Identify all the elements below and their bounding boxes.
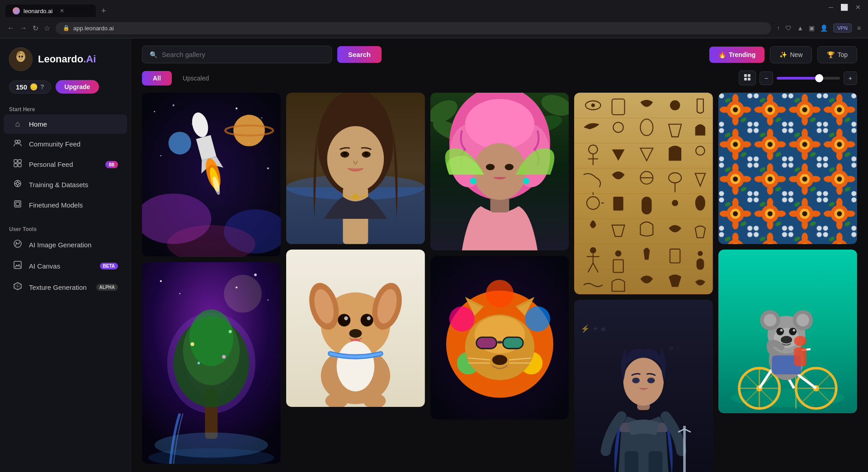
gallery-item-4[interactable]: ⊞ ✏ ⤢	[286, 250, 425, 407]
trending-label: Trending	[729, 51, 755, 58]
active-tab[interactable]: leonardo.ai ✕	[5, 5, 96, 17]
sidebar-ai-canvas-label: AI Canvas	[29, 262, 94, 270]
gallery-item-10[interactable]: ⊞ ✏ ⤢	[718, 250, 857, 414]
gallery-item-10-grid-btn[interactable]: ⊞	[723, 254, 738, 269]
gallery-item-5[interactable]: ⊞ ✏	[430, 93, 569, 250]
tab-upscaled[interactable]: Upscaled	[172, 71, 220, 85]
svg-point-170	[695, 195, 705, 210]
gallery-item-3-expand-btn[interactable]: ⤢	[329, 97, 344, 113]
svg-point-222	[776, 328, 784, 335]
svg-point-167	[672, 200, 679, 206]
svg-rect-25	[748, 74, 750, 77]
new-button[interactable]: ✨ New	[770, 46, 812, 63]
gallery-item-2-grid-btn[interactable]: ⊞	[146, 267, 162, 282]
back-button[interactable]: ←	[7, 24, 14, 32]
tab-all[interactable]: All	[142, 71, 172, 85]
zoom-out-button[interactable]: −	[760, 71, 773, 85]
search-input[interactable]	[162, 51, 324, 58]
sidebar-item-ai-image[interactable]: AI Image Generation	[4, 234, 127, 255]
browser-action-triangle[interactable]: ▲	[797, 24, 803, 32]
sidebar-item-community[interactable]: Community Feed	[4, 134, 127, 154]
svg-rect-157	[613, 197, 623, 211]
gallery-item-2-edit-btn[interactable]: ✏	[165, 267, 181, 282]
search-button[interactable]: Search	[337, 46, 382, 63]
gallery-item-7-grid-btn[interactable]: ⊞	[579, 97, 594, 113]
svg-rect-26	[744, 78, 747, 80]
svg-rect-176	[625, 451, 639, 472]
gallery-item-1-edit-btn[interactable]: ✏	[165, 97, 181, 113]
svg-point-107	[505, 164, 514, 170]
browser-action-menu[interactable]: ≡	[857, 24, 861, 32]
sidebar-item-ai-canvas[interactable]: AI Canvas BETA	[4, 255, 127, 277]
svg-point-225	[793, 329, 796, 331]
sidebar-item-finetuned[interactable]: Finetuned Models	[4, 195, 127, 215]
gallery-item-10-expand-btn[interactable]: ⤢	[761, 254, 776, 269]
gallery-item-6-expand-btn[interactable]: ⤢	[473, 260, 488, 276]
vpn-badge[interactable]: VPN	[833, 24, 852, 33]
gallery-item-9-edit-btn[interactable]: ✏	[742, 97, 757, 113]
sidebar-item-personal[interactable]: Personal Feed 88	[4, 154, 127, 175]
gallery-item-5-edit-btn[interactable]: ✏	[454, 97, 469, 113]
credits-help-icon[interactable]: ?	[40, 83, 44, 90]
gallery-tabs-bar: All Upscaled − +	[142, 71, 857, 85]
upgrade-button[interactable]: Upgrade	[56, 80, 99, 94]
gallery-item-4-edit-btn[interactable]: ✏	[310, 254, 325, 269]
svg-text:⚡ ✦ ◈: ⚡ ✦ ◈	[580, 324, 607, 334]
gallery-item-9-grid-btn[interactable]: ⊞	[723, 97, 738, 113]
address-bar[interactable]: 🔒 app.leonardo.ai	[56, 22, 771, 34]
top-button[interactable]: 🏆 Top	[817, 46, 857, 63]
forward-button[interactable]: →	[20, 24, 27, 32]
gallery-item-1-expand-btn[interactable]: ⤢	[184, 97, 200, 113]
sidebar-item-texture[interactable]: Texture Generation ALPHA	[4, 277, 127, 298]
trending-button[interactable]: 🔥 Trending	[709, 47, 764, 63]
gallery-item-9[interactable]: ⊞ ✏ ⤢	[718, 93, 857, 244]
gallery-item-1[interactable]: ⊞ ✏ ⤢	[142, 93, 281, 257]
svg-point-114	[525, 306, 550, 331]
sidebar-finetuned-label: Finetuned Models	[29, 201, 118, 209]
gallery-item-7-edit-btn[interactable]: ✏	[598, 97, 613, 113]
svg-point-92	[336, 341, 374, 392]
gallery-item-9-expand-btn[interactable]: ⤢	[761, 97, 776, 113]
gallery-item-3[interactable]: ⊞ ✏ ⤢	[286, 93, 425, 244]
svg-point-61	[190, 342, 194, 346]
sidebar-item-training[interactable]: Training & Datasets	[4, 175, 127, 195]
gallery-item-2-expand-btn[interactable]: ⤢	[184, 267, 200, 282]
gallery-item-6-grid-btn[interactable]: ⊞	[435, 260, 450, 276]
gallery-item-8[interactable]: ⚡ ✦ ◈ ⊕ ◇	[574, 300, 713, 472]
browser-action-profile[interactable]: 👤	[820, 24, 828, 32]
sidebar-ai-image-label: AI Image Generation	[29, 241, 118, 249]
gallery-item-5-grid-btn[interactable]: ⊞	[435, 97, 450, 113]
gallery-item-1-grid-btn[interactable]: ⊞	[146, 97, 162, 113]
gallery-item-8-expand-btn[interactable]: ⤢	[617, 304, 632, 320]
reload-button[interactable]: ↻	[33, 24, 38, 33]
zoom-slider[interactable]	[777, 77, 840, 80]
gallery-item-4-expand-btn[interactable]: ⤢	[329, 254, 344, 269]
gallery-item-6-edit-btn[interactable]: ✏	[454, 260, 469, 276]
sidebar-item-home[interactable]: ⌂ Home	[4, 114, 127, 134]
gallery-item-6[interactable]: ⊞ ✏ ⤢	[430, 256, 569, 420]
gallery-item-2[interactable]: ⊞ ✏ ⤢	[142, 262, 281, 464]
new-tab-button[interactable]: +	[98, 5, 110, 18]
gallery-item-10-edit-btn[interactable]: ✏	[742, 254, 757, 269]
bookmark-button[interactable]: ☆	[44, 24, 50, 33]
ai-canvas-beta-badge: BETA	[100, 263, 118, 269]
gallery-item-7[interactable]: ⊞ ✏ ⤢	[574, 93, 713, 294]
minimize-button[interactable]: ─	[829, 4, 833, 11]
svg-point-6	[21, 56, 23, 58]
gallery-item-7-expand-btn[interactable]: ⤢	[617, 97, 632, 113]
browser-action-shield[interactable]: 🛡	[785, 24, 792, 32]
maximize-button[interactable]: ⬜	[840, 4, 848, 11]
gallery-item-4-grid-btn[interactable]: ⊞	[291, 254, 306, 269]
tab-close-button[interactable]: ✕	[60, 8, 64, 14]
gallery-item-3-grid-btn[interactable]: ⊞	[291, 97, 306, 113]
browser-action-share[interactable]: ↑	[777, 24, 780, 32]
grid-view-button[interactable]	[739, 71, 756, 85]
close-button[interactable]: ✕	[855, 4, 861, 11]
browser-action-sidebar[interactable]: ▣	[809, 24, 815, 32]
gallery-grid: ⊞ ✏ ⤢	[142, 93, 857, 472]
gallery-item-3-edit-btn[interactable]: ✏	[310, 97, 325, 113]
zoom-in-button[interactable]: +	[844, 71, 857, 85]
gallery-item-8-grid-btn[interactable]: ⊞	[579, 304, 594, 320]
texture-icon	[13, 282, 23, 293]
gallery-item-8-edit-btn[interactable]: ✏	[598, 304, 613, 320]
